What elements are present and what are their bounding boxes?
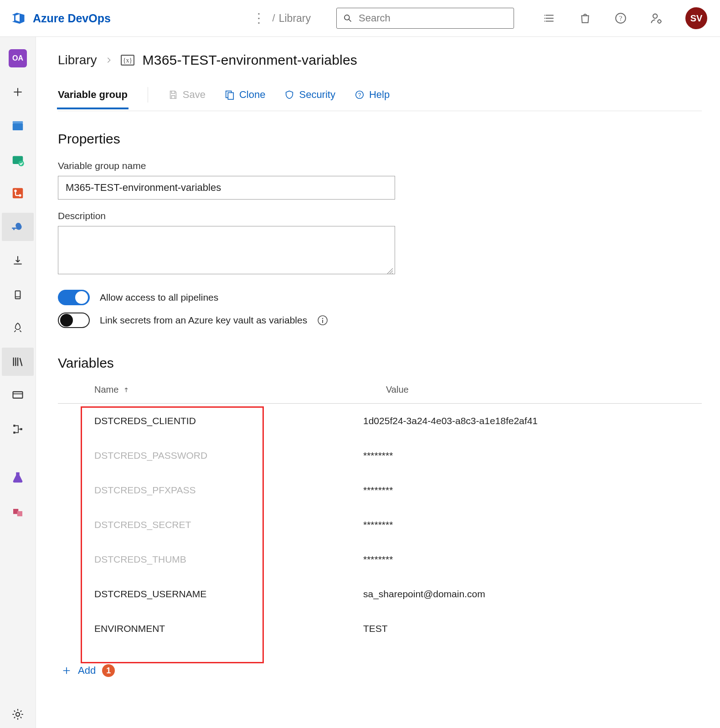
rail-taskgroups[interactable] xyxy=(2,381,34,410)
rail-releases[interactable] xyxy=(2,314,34,342)
svg-text:?: ? xyxy=(358,92,361,98)
table-row[interactable]: ENVIRONMENTTEST xyxy=(58,611,702,646)
breadcrumb-parent[interactable]: Library xyxy=(58,53,97,67)
table-row[interactable]: DSTCREDS_PFXPASS******** xyxy=(58,473,702,508)
divider xyxy=(148,87,148,103)
svg-rect-10 xyxy=(13,121,23,123)
svg-point-7 xyxy=(653,14,657,18)
svg-point-8 xyxy=(658,20,661,23)
clone-button[interactable]: Clone xyxy=(225,89,265,109)
left-rail: OA xyxy=(0,37,36,728)
breadcrumb: Library {x} M365-TEST-environment-variab… xyxy=(58,52,702,68)
list-icon[interactable] xyxy=(540,8,560,28)
svg-text:{x}: {x} xyxy=(123,57,132,64)
variable-group-icon: {x} xyxy=(121,54,134,66)
content: Library {x} M365-TEST-environment-variab… xyxy=(36,37,720,728)
chevron-right-icon xyxy=(105,56,113,64)
table-row[interactable]: DSTCREDS_SECRET******** xyxy=(58,508,702,542)
rail-environments[interactable] xyxy=(2,246,34,275)
rail-pipelines[interactable] xyxy=(2,179,34,207)
svg-point-0 xyxy=(345,15,350,20)
help-button[interactable]: ? Help xyxy=(355,89,390,109)
search-icon xyxy=(343,14,352,23)
repos-icon xyxy=(11,153,25,166)
svg-rect-16 xyxy=(15,291,21,298)
toggle-allow-access[interactable] xyxy=(58,290,90,305)
table-row[interactable]: DSTCREDS_CLIENTID1d025f24-3a24-4e03-a8c3… xyxy=(58,404,702,438)
rail-new[interactable] xyxy=(2,78,34,106)
tree-icon xyxy=(12,423,24,435)
rail-library-books[interactable] xyxy=(2,348,34,376)
variable-value: ******** xyxy=(363,450,393,461)
info-icon[interactable] xyxy=(317,315,328,326)
rail-artifacts[interactable] xyxy=(2,497,34,525)
variables-table: Name Value DSTCREDS_CLIENTID1d025f24-3a2… xyxy=(58,385,702,646)
brand[interactable]: Azure DevOps xyxy=(10,10,111,26)
svg-rect-22 xyxy=(20,428,22,430)
shopping-bag-icon[interactable] xyxy=(575,8,595,28)
svg-point-12 xyxy=(18,161,24,167)
svg-rect-13 xyxy=(13,188,23,199)
svg-point-14 xyxy=(14,190,17,192)
rail-settings[interactable] xyxy=(2,700,34,728)
name-label: Variable group name xyxy=(58,160,702,171)
security-button[interactable]: Security xyxy=(284,89,335,109)
description-input[interactable] xyxy=(58,226,395,274)
table-row[interactable]: DSTCREDS_PASSWORD******** xyxy=(58,438,702,473)
variable-name: DSTCREDS_USERNAME xyxy=(94,589,363,600)
server-icon xyxy=(12,288,24,300)
toggle-link-keyvault[interactable] xyxy=(58,313,90,328)
rail-boards[interactable] xyxy=(2,112,34,140)
col-value-header[interactable]: Value xyxy=(386,385,409,395)
toggle-link-keyvault-label: Link secrets from an Azure key vault as … xyxy=(100,315,307,326)
azure-devops-logo-icon xyxy=(10,10,26,26)
project-badge: OA xyxy=(9,49,27,67)
properties-heading: Properties xyxy=(58,131,702,147)
sort-asc-icon xyxy=(123,387,129,393)
rail-testplans[interactable] xyxy=(2,463,34,492)
plus-icon xyxy=(62,666,72,676)
variable-name: DSTCREDS_PASSWORD xyxy=(94,450,363,461)
rail-deployments[interactable] xyxy=(2,280,34,308)
svg-line-1 xyxy=(349,20,351,22)
table-row[interactable]: DSTCREDS_USERNAMEsa_sharepoint@domain.co… xyxy=(58,577,702,611)
tab-bar: Variable group Save Clone Security xyxy=(58,87,702,111)
user-settings-icon[interactable] xyxy=(646,8,666,28)
rail-dashboards[interactable] xyxy=(2,415,34,443)
svg-point-33 xyxy=(322,318,324,319)
variable-name: ENVIRONMENT xyxy=(94,623,363,634)
tasks-icon xyxy=(11,389,24,402)
plus-icon xyxy=(12,86,24,98)
svg-rect-34 xyxy=(322,320,323,323)
variables-rows: DSTCREDS_CLIENTID1d025f24-3a24-4e03-a8c3… xyxy=(58,404,702,646)
variables-table-head: Name Value xyxy=(58,385,702,404)
variable-name: DSTCREDS_CLIENTID xyxy=(94,415,363,426)
save-button: Save xyxy=(168,89,206,109)
pipelines-icon xyxy=(11,186,25,200)
search-input[interactable] xyxy=(358,12,507,25)
svg-point-3 xyxy=(544,18,545,19)
toggle-keyvault-row: Link secrets from an Azure key vault as … xyxy=(58,313,702,328)
more-menu-icon[interactable]: ⋮ xyxy=(249,12,269,25)
svg-rect-18 xyxy=(13,392,23,398)
breadcrumb-separator: / xyxy=(273,12,275,24)
rail-repos[interactable] xyxy=(2,145,34,174)
rail-project[interactable]: OA xyxy=(2,44,34,72)
help-icon[interactable]: ? xyxy=(611,8,631,28)
avatar[interactable]: SV xyxy=(685,7,707,29)
add-label: Add xyxy=(78,665,96,677)
variable-value: ******** xyxy=(363,519,393,530)
tab-variable-group[interactable]: Variable group xyxy=(58,89,128,109)
search-box[interactable] xyxy=(336,8,514,29)
rail-library[interactable] xyxy=(2,213,34,241)
header-breadcrumb-library[interactable]: Library xyxy=(279,12,311,25)
save-icon xyxy=(168,90,178,100)
add-variable-button[interactable]: Add 1 xyxy=(62,664,702,677)
avatar-initials: SV xyxy=(690,13,703,24)
col-name-header[interactable]: Name xyxy=(94,385,386,395)
table-row[interactable]: DSTCREDS_THUMB******** xyxy=(58,542,702,577)
variables-heading: Variables xyxy=(58,355,702,371)
variable-group-name-input[interactable] xyxy=(58,176,395,200)
description-label: Description xyxy=(58,210,702,221)
flask-icon xyxy=(11,471,25,484)
